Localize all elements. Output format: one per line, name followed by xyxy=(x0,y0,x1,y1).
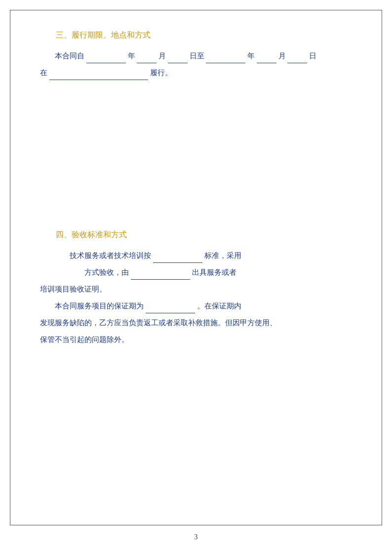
section-three-title: 三、履行期限、地点和方式 xyxy=(40,30,352,41)
text-guarantee-intro: 本合同服务项目的保证期为 xyxy=(55,302,144,310)
section-three: 三、履行期限、地点和方式 本合同自 年 月 日至 年 月 日 在 履行。 xyxy=(40,30,352,82)
blank-issuer xyxy=(131,279,190,280)
text-exception: 保管不当引起的问题除外。 xyxy=(40,336,129,343)
guarantee-period-line: 本合同服务项目的保证期为 。在保证期内 xyxy=(40,299,352,313)
section-four: 四、验收标准和方式 技术服务或者技术培训按 标准，采用 方式验收，由 出具服务或… xyxy=(40,230,352,349)
defect-line: 发现服务缺陷的，乙方应当负责返工或者采取补救措施。但因甲方使用、 xyxy=(40,315,352,330)
blank-day1 xyxy=(168,63,188,63)
page: 三、履行期限、地点和方式 本合同自 年 月 日至 年 月 日 在 履行。 xyxy=(0,0,392,555)
spacer-bottom xyxy=(40,359,352,505)
blank-year1 xyxy=(86,63,126,63)
standard-line: 技术服务或者技术培训按 标准，采用 xyxy=(40,248,352,263)
place-line: 在 履行。 xyxy=(40,65,352,80)
text-day1: 日至 xyxy=(190,52,204,60)
blank-place xyxy=(49,80,148,80)
text-year2: 年 xyxy=(247,52,255,60)
blank-guarantee-period xyxy=(146,313,195,313)
text-benhesong: 本合同自 xyxy=(55,52,84,60)
blank-month2 xyxy=(257,63,276,63)
text-lvxing: 履行。 xyxy=(150,69,172,77)
text-year1: 年 xyxy=(128,52,135,60)
blank-standard xyxy=(153,262,202,263)
text-guarantee-mid: 。在保证期内 xyxy=(197,302,241,310)
document-border: 三、履行期限、地点和方式 本合同自 年 月 日至 年 月 日 在 履行。 xyxy=(10,10,382,525)
text-service-training: 技术服务或者技术培训按 xyxy=(70,252,151,259)
text-zai: 在 xyxy=(40,69,47,77)
certificate-line: 培训项目验收证明。 xyxy=(40,282,352,297)
text-issue-cert: 出具服务或者 xyxy=(192,268,236,276)
text-month1: 月 xyxy=(158,52,166,60)
text-certificate: 培训项目验收证明。 xyxy=(40,285,107,293)
text-method: 方式验收，由 xyxy=(84,268,129,276)
method-line: 方式验收，由 出具服务或者 xyxy=(40,265,352,280)
text-day2: 日 xyxy=(309,52,316,60)
exception-line: 保管不当引起的问题除外。 xyxy=(40,332,352,347)
page-number: 3 xyxy=(10,533,382,545)
blank-year2 xyxy=(206,63,245,63)
blank-month1 xyxy=(137,63,157,63)
spacer-middle xyxy=(40,181,352,230)
text-defect: 发现服务缺陷的，乙方应当负责返工或者采取补救措施。但因甲方使用、 xyxy=(40,319,277,327)
text-standard-adopt: 标准，采用 xyxy=(204,252,241,259)
text-month2: 月 xyxy=(278,52,286,60)
blank-day2 xyxy=(287,63,307,63)
period-line: 本合同自 年 月 日至 年 月 日 xyxy=(40,48,352,63)
section-four-title: 四、验收标准和方式 xyxy=(40,230,352,240)
